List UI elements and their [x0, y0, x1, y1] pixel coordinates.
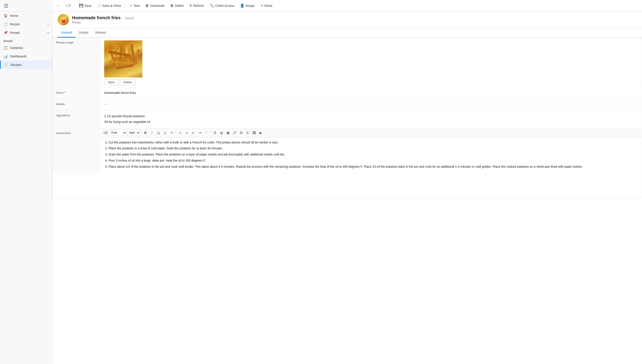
- rte-link-button[interactable]: 🔗: [232, 130, 238, 136]
- rte-toolbar: ⌫ Font Size B I U A̲: [101, 128, 642, 137]
- rte-italic-button[interactable]: I: [149, 130, 155, 136]
- separator: [210, 130, 211, 135]
- name-row: Name * Homemade french fries: [53, 88, 642, 99]
- ingredients-label: Ingredients: [53, 111, 101, 128]
- tab-general[interactable]: General: [58, 28, 76, 38]
- rte-clear-format-button[interactable]: ⌫: [102, 130, 108, 136]
- instructions-label: Instructions: [53, 128, 101, 173]
- delete-button[interactable]: 🗑 Delete: [168, 2, 186, 9]
- rte-bold-button[interactable]: B: [142, 130, 148, 136]
- deactivate-button[interactable]: 🗑 Deactivate: [143, 2, 167, 9]
- record-type: Recipe: [72, 21, 134, 24]
- new-icon: ＋: [129, 3, 132, 8]
- recipe-image-row: Recipe image: [53, 38, 642, 88]
- sidebar-header: [0, 0, 52, 11]
- assign-label: Assign: [246, 4, 254, 8]
- rte-size-select[interactable]: Size: [127, 130, 140, 136]
- refresh-button[interactable]: ↻ Refresh: [187, 2, 206, 9]
- instruction-item-5: Place about 1/3 of the potatoes in the p…: [108, 164, 638, 170]
- sidebar: 🏠 Home 🕐 Recent ▾ 📌 Pinned ▾ Group1 📋 Su…: [0, 0, 52, 364]
- instructions-list: Cut the potatoes into matchsticks, eithe…: [104, 140, 638, 170]
- required-indicator: *: [65, 91, 66, 94]
- details-value: ---: [101, 99, 642, 110]
- sidebar-item-dashboards[interactable]: 📊 Dashboards: [0, 52, 52, 60]
- avatar: 🍟: [58, 14, 69, 25]
- delete-icon: 🗑: [170, 4, 174, 8]
- image-open-button[interactable]: Open: [104, 79, 118, 85]
- rte-indent-button[interactable]: ⇥: [197, 130, 203, 136]
- sidebar-item-label: Subarea1: [10, 46, 23, 50]
- share-icon: ↗: [260, 4, 263, 8]
- pin-icon: 📌: [4, 30, 8, 35]
- tab-details[interactable]: Details: [76, 28, 92, 38]
- sidebar-item-pinned[interactable]: 📌 Pinned ▾: [0, 28, 52, 37]
- record-header: 🍟 Homemade french fries - Saved Recipe: [52, 11, 642, 28]
- tab-related[interactable]: Related: [92, 28, 110, 38]
- sidebar-item-label: Home: [10, 14, 18, 18]
- record-title: Homemade french fries: [72, 15, 120, 20]
- chevron-down-icon: ▾: [48, 31, 49, 34]
- rte-unlink-button[interactable]: ⛓: [238, 130, 244, 136]
- image-delete-button[interactable]: Delete: [120, 79, 136, 85]
- rte-ordered-list-button[interactable]: ≡: [184, 130, 190, 136]
- instruction-item-1: Cut the potatoes into matchsticks, eithe…: [108, 140, 638, 145]
- sidebar-item-subarea1[interactable]: 📋 Subarea1: [0, 44, 52, 52]
- form-section: Recipe image: [52, 38, 642, 198]
- delete-label: Delete: [175, 4, 184, 8]
- form-area: Recipe image: [52, 38, 642, 364]
- check-access-button[interactable]: 🔍 Check Access: [207, 2, 237, 9]
- rte-font-color-button[interactable]: A: [168, 130, 175, 136]
- instructions-editor: ⌫ Font Size B I U A̲: [101, 128, 642, 173]
- instructions-wrapper: Instructions ⌫ Font Size: [53, 128, 642, 173]
- share-button[interactable]: ↗ Share: [258, 2, 275, 9]
- rte-underline-button[interactable]: U: [156, 130, 162, 136]
- ingredients-value: 2 1/2 pounds Russet potatoes Oil for fry…: [101, 111, 642, 128]
- assign-button[interactable]: 👤 Assign: [237, 2, 257, 9]
- open-new-window-button[interactable]: □↗: [63, 2, 74, 9]
- refresh-label: Refresh: [193, 4, 204, 8]
- name-value: Homemade french fries: [101, 88, 642, 99]
- rte-align-right-button[interactable]: ▩: [225, 130, 231, 136]
- new-label: New: [134, 4, 140, 8]
- rte-more-button[interactable]: ▶: [258, 130, 264, 136]
- rte-outdent-button[interactable]: ⇤: [190, 130, 196, 136]
- record-saved-status: - Saved: [123, 16, 134, 20]
- instruction-item-2: Place the potatoes in a bowl of cold wat…: [108, 146, 638, 151]
- image-content: Open Delete: [101, 38, 642, 88]
- image-label: Recipe image: [53, 38, 101, 88]
- rte-image-button[interactable]: 🖼: [251, 130, 257, 136]
- sidebar-item-recent[interactable]: 🕐 Recent ▾: [0, 20, 52, 28]
- instructions-row: Instructions ⌫ Font Size: [53, 128, 642, 198]
- refresh-icon: ↻: [189, 4, 192, 8]
- check-access-icon: 🔍: [210, 4, 214, 8]
- rte-align-left-button[interactable]: ☰: [212, 130, 218, 136]
- name-label: Name *: [53, 88, 101, 99]
- save-close-icon: 📄: [97, 4, 102, 8]
- back-button[interactable]: ←: [54, 2, 63, 9]
- group-label: Group1: [0, 37, 52, 44]
- save-button[interactable]: 💾 Save: [76, 2, 94, 9]
- rte-unordered-list-button[interactable]: ≡: [177, 130, 183, 136]
- sidebar-item-home[interactable]: 🏠 Home: [0, 11, 52, 20]
- separator: [176, 130, 176, 135]
- toolbar: ← □↗ 💾 Save 📄 Save & Close ＋ New 🗑 Deact…: [52, 0, 642, 11]
- separator: [141, 130, 141, 135]
- rte-strikethrough-button[interactable]: S: [244, 130, 251, 136]
- save-icon: 💾: [79, 4, 84, 8]
- subarea-icon: 📋: [4, 46, 8, 50]
- sidebar-item-label: Recipes: [11, 63, 22, 66]
- recent-icon: 🕐: [4, 22, 8, 26]
- rte-highlight-button[interactable]: A̲: [162, 130, 168, 136]
- hamburger-menu[interactable]: [2, 2, 10, 9]
- rte-blockquote-button[interactable]: “: [203, 130, 210, 136]
- rte-font-select[interactable]: Font: [109, 130, 126, 136]
- instructions-content: Cut the potatoes into matchsticks, eithe…: [101, 137, 642, 173]
- sidebar-item-recipes[interactable]: 🍴 Recipes: [0, 60, 52, 69]
- save-close-label: Save & Close: [103, 4, 121, 8]
- check-access-label: Check Access: [215, 4, 234, 8]
- chevron-down-icon: ▾: [48, 23, 49, 26]
- sidebar-item-label: Pinned: [10, 31, 20, 34]
- new-button[interactable]: ＋ New: [126, 2, 142, 9]
- save-close-button[interactable]: 📄 Save & Close: [94, 2, 124, 9]
- rte-align-center-button[interactable]: ▤: [218, 130, 224, 136]
